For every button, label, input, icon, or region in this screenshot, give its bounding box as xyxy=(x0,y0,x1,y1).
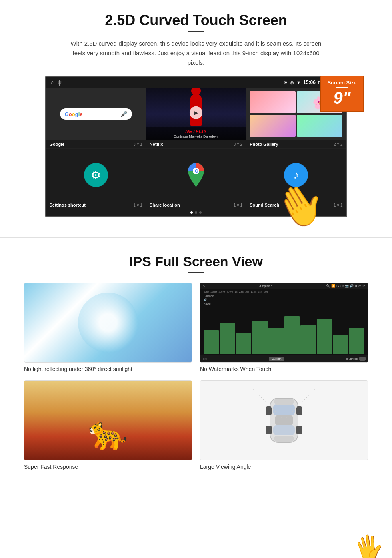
badge-size: 9" xyxy=(333,88,350,107)
eq-bar-9 xyxy=(333,335,348,354)
car-image xyxy=(200,380,368,460)
share-app-size: 1 × 1 xyxy=(234,203,243,207)
netflix-app-name: Netflix xyxy=(150,142,163,147)
netflix-subtitle: Continue Marvel's Daredevil xyxy=(150,134,242,138)
share-app-name: Share location xyxy=(150,203,180,207)
eq-bar-3 xyxy=(236,333,251,354)
settings-icon-bg: ⚙ xyxy=(84,163,108,187)
svg-text:G: G xyxy=(195,169,198,173)
home-icon: ⌂ xyxy=(51,79,54,86)
eq-bar-8 xyxy=(317,319,332,354)
google-search-bar[interactable]: Google 🎤 xyxy=(60,108,132,120)
badge-title: Screen Size xyxy=(325,80,359,86)
feature-viewing-angle: Large Viewing Angle xyxy=(200,380,368,470)
gallery-app-size: 2 × 2 xyxy=(334,142,343,147)
status-bar: ⌂ ψ ✱ ◎ ▼ 15:06 ⊡ ◁) ⊠ ▭ xyxy=(46,77,346,88)
eq-bar-1 xyxy=(204,330,219,354)
eq-bar-10 xyxy=(349,328,364,354)
section2-underline xyxy=(188,272,204,273)
dot-2 xyxy=(195,211,197,214)
settings-app-size: 1 × 1 xyxy=(133,203,142,207)
eq-bar-6 xyxy=(284,316,300,354)
share-label: Share location 1 × 1 xyxy=(146,201,246,209)
google-logo: Google xyxy=(65,111,83,117)
photo-thumb-3 xyxy=(250,115,296,137)
svg-rect-12 xyxy=(296,426,302,434)
badge-line xyxy=(336,87,348,88)
svg-rect-4 xyxy=(273,404,295,415)
amp-home-icon: ⌂ xyxy=(203,284,205,288)
car-svg xyxy=(248,384,320,456)
netflix-app-size: 3 × 2 xyxy=(234,142,243,147)
eq-bars xyxy=(204,307,364,354)
cheetah-emoji: 🐆 xyxy=(88,414,128,452)
amp-header: ⌂ Amplifier 🔌 📶 17:33 📷 🔊 ⊠ ▭ ↩ xyxy=(200,283,368,289)
screen-size-badge: Screen Size 9" xyxy=(320,76,364,112)
amp-screen: ⌂ Amplifier 🔌 📶 17:33 📷 🔊 ⊠ ▭ ↩ 60hz100h… xyxy=(200,283,368,362)
section2-title: IPS Full Screen View xyxy=(24,254,368,269)
eq-bar-4 xyxy=(252,321,267,354)
section-curved-screen: 2.5D Curved Touch Screen With 2.5D curve… xyxy=(0,0,392,225)
device-container: Screen Size 9" ⌂ ψ ✱ ◎ ▼ 15:06 xyxy=(32,76,360,217)
response-label: Super Fast Response xyxy=(24,464,192,470)
sun-rays xyxy=(78,293,138,353)
amp-nav-icon: ◁◁ xyxy=(202,357,207,361)
svg-rect-5 xyxy=(273,425,295,435)
toggle-pill[interactable] xyxy=(359,357,366,361)
app-cell-settings[interactable]: ⚙ Settings shortcut 1 × 1 xyxy=(46,149,146,209)
gallery-label: Photo Gallery 2 × 2 xyxy=(246,140,346,148)
page: 2.5D Curved Touch Screen With 2.5D curve… xyxy=(0,0,392,482)
wifi-icon: ▼ xyxy=(296,80,301,85)
amp-title: Amplifier xyxy=(259,284,272,288)
title-underline xyxy=(188,31,204,32)
amp-content: 60hz100hz200hz500hz1k2.5k10k12.5k15kSUB … xyxy=(200,289,368,355)
cheetah-image: 🐆 xyxy=(24,380,192,460)
svg-rect-11 xyxy=(266,426,272,434)
watermark-label: No Watermarks When Touch xyxy=(200,366,368,372)
location-icon: ◎ xyxy=(290,80,294,85)
custom-btn[interactable]: Custom xyxy=(269,357,284,361)
hand-overlay: 🤚 xyxy=(264,182,336,229)
netflix-visual: NETFLIX Continue Marvel's Daredevil xyxy=(146,88,246,140)
photo-thumb-1 xyxy=(250,91,296,113)
google-app-size: 3 × 1 xyxy=(133,142,142,147)
loudness-label: loudness xyxy=(346,357,358,360)
google-mic-icon: 🎤 xyxy=(120,111,127,117)
eq-bar-7 xyxy=(300,325,316,354)
feature-watermark: ⌂ Amplifier 🔌 📶 17:33 📷 🔊 ⊠ ▭ ↩ 60hz100h… xyxy=(200,283,368,372)
status-left-icons: ⌂ ψ xyxy=(51,79,62,86)
app-cell-share[interactable]: G Share location 1 × 1 xyxy=(146,149,246,209)
amp-footer: ◁◁ Custom loudness xyxy=(200,355,368,362)
svg-rect-7 xyxy=(274,436,294,442)
app-cell-google[interactable]: Google 🎤 Google 3 × 1 xyxy=(46,88,146,148)
play-button[interactable] xyxy=(190,106,202,119)
netflix-label: Netflix 3 × 2 xyxy=(146,140,246,148)
svg-rect-10 xyxy=(296,406,302,415)
svg-rect-9 xyxy=(266,406,272,415)
amp-controls: Balance 🔊 Fader xyxy=(204,295,364,305)
amp-icons: 🔌 📶 17:33 📷 🔊 ⊠ ▭ ↩ xyxy=(326,284,365,288)
netflix-logo: NETFLIX xyxy=(150,128,242,134)
photo-thumb-4 xyxy=(297,115,343,137)
section1-description: With 2.5D curved-display screen, this de… xyxy=(66,39,326,68)
feature-grid: No light reflecting under 360° direct su… xyxy=(24,283,368,470)
gallery-app-name: Photo Gallery xyxy=(250,142,278,147)
dot-1 xyxy=(190,211,193,214)
google-label: Google 3 × 1 xyxy=(46,140,146,148)
app-cell-netflix[interactable]: NETFLIX Continue Marvel's Daredevil Netf… xyxy=(146,88,246,148)
google-app-name: Google xyxy=(50,142,65,147)
sunlight-image xyxy=(24,283,192,363)
loudness-toggle: loudness xyxy=(346,357,366,361)
status-time: 15:06 xyxy=(303,80,316,85)
amplifier-image: ⌂ Amplifier 🔌 📶 17:33 📷 🔊 ⊠ ▭ ↩ 60hz100h… xyxy=(200,283,368,363)
svg-rect-6 xyxy=(274,399,294,405)
share-visual: G xyxy=(146,149,246,201)
usb-icon: ψ xyxy=(58,79,62,86)
feature-response: 🐆 Super Fast Response xyxy=(24,380,192,470)
section1-title: 2.5D Curved Touch Screen xyxy=(24,12,368,29)
amp-freq-labels: 60hz100hz200hz500hz1k2.5k10k12.5k15kSUB xyxy=(204,291,364,293)
google-visual: Google 🎤 xyxy=(46,88,146,140)
settings-label: Settings shortcut 1 × 1 xyxy=(46,201,146,209)
section-ips: IPS Full Screen View No light reflecting… xyxy=(0,250,392,482)
settings-visual: ⚙ xyxy=(46,149,146,201)
